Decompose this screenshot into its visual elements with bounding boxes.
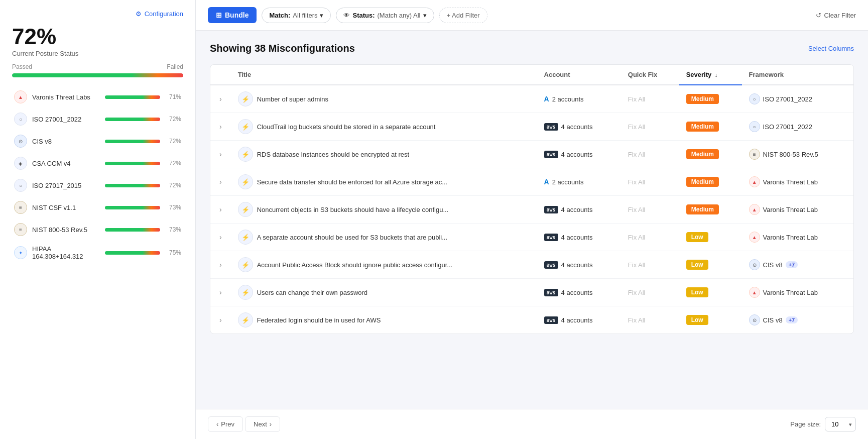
fw-pct-iso27017: 72% <box>165 182 181 189</box>
table-row: › ⚡ Noncurrent objects in S3 buckets sho… <box>210 196 853 224</box>
fw-name-iso27001: ISO 27001_2022 <box>32 116 100 123</box>
fw-name-varonis: Varonis Threat Labs <box>32 93 100 101</box>
select-columns-button[interactable]: Select Columns <box>808 45 854 52</box>
next-button[interactable]: Next › <box>245 416 280 432</box>
expand-cell: › <box>210 141 231 168</box>
sidebar-item-nist800[interactable]: ≡ NIST 800-53 Rev.5 73% <box>12 219 183 240</box>
title-cell: ⚡ RDS database instances should be encry… <box>231 141 537 168</box>
fw-pct-nistcsf: 73% <box>165 204 181 211</box>
aws-badge: aws <box>544 316 558 324</box>
sidebar-item-hipaa[interactable]: ✦ HIPAA 164.308+164.312 75% <box>12 241 183 264</box>
severity-badge: Low <box>686 232 708 242</box>
expand-button[interactable]: › <box>217 95 224 103</box>
expand-button[interactable]: › <box>217 205 224 213</box>
fix-all-button[interactable]: Fix All <box>628 289 646 296</box>
content-area: Showing 38 Misconfigurations Select Colu… <box>196 31 868 409</box>
expand-button[interactable]: › <box>217 178 224 186</box>
quickfix-cell: Fix All <box>621 196 679 224</box>
severity-badge: Low <box>686 287 708 297</box>
expand-button[interactable]: › <box>217 261 224 269</box>
sort-icon: ↓ <box>715 72 718 78</box>
add-filter-button[interactable]: + Add Filter <box>439 8 487 23</box>
status-filter-pill[interactable]: 👁 Status: (Match any) All ▾ <box>336 8 434 23</box>
row-title: Federated login should be in used for AW… <box>257 316 381 324</box>
account-cell: aws 4 accounts <box>537 306 621 334</box>
account-cell: aws 4 accounts <box>537 141 621 168</box>
clear-filter-button[interactable]: ↺ Clear Filter <box>816 12 856 19</box>
row-title: Noncurrent objects in S3 buckets should … <box>257 206 449 213</box>
fix-all-button[interactable]: Fix All <box>628 151 646 158</box>
table-row: › ⚡ Users can change their own password … <box>210 279 853 306</box>
account-cell: aws 4 accounts <box>537 224 621 251</box>
fix-all-button[interactable]: Fix All <box>628 95 646 103</box>
title-cell: ⚡ Secure data transfer should be enforce… <box>231 168 537 196</box>
severity-cell: Medium <box>679 85 742 113</box>
framework-cell: ▲ Varonis Threat Lab <box>742 279 853 306</box>
sidebar-item-iso27001[interactable]: ○ ISO 27001_2022 72% <box>12 108 183 130</box>
expand-button[interactable]: › <box>217 233 224 241</box>
expand-cell: › <box>210 85 231 113</box>
row-title: Users can change their own password <box>257 289 367 296</box>
framework-label: CIS v8 <box>763 261 783 269</box>
expand-button[interactable]: › <box>217 316 224 324</box>
account-label: 4 accounts <box>561 206 593 213</box>
framework-plus-badge[interactable]: +7 <box>786 316 798 323</box>
row-title: Secure data transfer should be enforced … <box>257 178 447 186</box>
expand-button[interactable]: › <box>217 288 224 296</box>
content-header: Showing 38 Misconfigurations Select Colu… <box>210 43 854 54</box>
reset-icon: ↺ <box>816 12 821 19</box>
page-size-control: Page size: 102550100 <box>790 417 856 431</box>
fw-bar-nistcsf <box>105 206 160 209</box>
fix-all-button[interactable]: Fix All <box>628 178 646 186</box>
account-label: 4 accounts <box>561 151 593 158</box>
framework-plus-badge[interactable]: +7 <box>786 261 798 268</box>
posture-subtitle: Current Posture Status <box>12 50 183 57</box>
sidebar: ⚙ Configuration 72% Current Posture Stat… <box>0 0 196 439</box>
expand-button[interactable]: › <box>217 150 224 158</box>
severity-cell: Medium <box>679 168 742 196</box>
severity-col-header[interactable]: Severity ↓ <box>679 65 742 85</box>
sidebar-item-cisv8[interactable]: ⊙ CIS v8 72% <box>12 131 183 152</box>
framework-cell: ○ ISO 27001_2022 <box>742 85 853 113</box>
account-label: 4 accounts <box>561 261 593 269</box>
table-row: › ⚡ Account Public Access Block should i… <box>210 251 853 279</box>
expand-cell: › <box>210 168 231 196</box>
match-filter-pill[interactable]: Match: All filters ▾ <box>262 8 331 23</box>
aws-badge: aws <box>544 261 558 269</box>
azure-badge: A <box>544 178 549 186</box>
pagination: ‹ Prev Next › Page size: 102550100 <box>196 409 868 439</box>
row-title: A separate account should be used for S3… <box>257 234 447 241</box>
fix-all-button[interactable]: Fix All <box>628 234 646 241</box>
expand-button[interactable]: › <box>217 123 224 131</box>
framework-cell: ⊙ CIS v8 +7 <box>742 251 853 279</box>
fw-pct-varonis: 71% <box>165 93 181 100</box>
fw-bar-nist800 <box>105 228 160 232</box>
framework-icon: ⊙ <box>749 314 760 325</box>
fw-name-hipaa: HIPAA 164.308+164.312 <box>32 245 100 260</box>
bundle-button[interactable]: ⊞ Bundle <box>208 7 257 23</box>
fix-all-button[interactable]: Fix All <box>628 316 646 324</box>
framework-cell: ≡ NIST 800-53 Rev.5 <box>742 141 853 168</box>
chevron-down-icon: ▾ <box>320 12 323 19</box>
configuration-link[interactable]: ⚙ Configuration <box>12 10 183 18</box>
fw-icon-csaccm: ◈ <box>14 157 27 170</box>
fw-name-nist800: NIST 800-53 Rev.5 <box>32 226 100 234</box>
expand-cell: › <box>210 196 231 224</box>
page-size-select[interactable]: 102550100 <box>825 417 856 431</box>
chevron-right-icon: › <box>270 420 272 428</box>
expand-cell: › <box>210 224 231 251</box>
sidebar-item-iso27017[interactable]: ○ ISO 27017_2015 72% <box>12 175 183 196</box>
fw-name-nistcsf: NIST CSF v1.1 <box>32 204 100 211</box>
severity-badge: Low <box>686 260 708 270</box>
fix-all-button[interactable]: Fix All <box>628 123 646 131</box>
account-label: 4 accounts <box>561 289 593 296</box>
sidebar-item-csaccm[interactable]: ◈ CSA CCM v4 72% <box>12 153 183 174</box>
table-row: › ⚡ CloudTrail log buckets should be sto… <box>210 113 853 141</box>
sidebar-item-varonis[interactable]: ▲ Varonis Threat Labs 71% <box>12 86 183 107</box>
fix-all-button[interactable]: Fix All <box>628 261 646 269</box>
prev-button[interactable]: ‹ Prev <box>208 416 243 432</box>
account-label: 4 accounts <box>561 234 593 241</box>
fix-all-button[interactable]: Fix All <box>628 206 646 213</box>
quickfix-col-header: Quick Fix <box>621 65 679 85</box>
sidebar-item-nistcsf[interactable]: ≡ NIST CSF v1.1 73% <box>12 197 183 218</box>
